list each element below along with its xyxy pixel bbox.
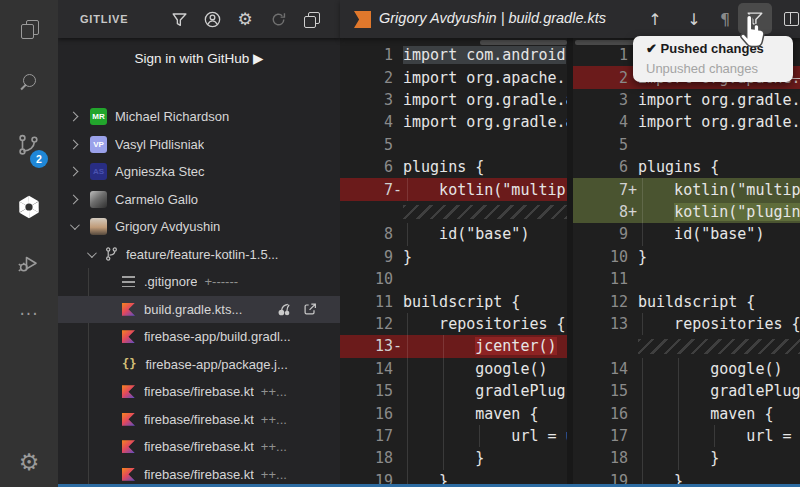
code-line[interactable]: 16 maven { bbox=[340, 402, 567, 424]
code-line[interactable]: 6plugins { bbox=[573, 156, 800, 178]
cherry-pick-icon[interactable] bbox=[275, 301, 292, 318]
branch-name: feature/feature-kotlin-1.5... bbox=[126, 247, 278, 262]
branch-row[interactable]: feature/feature-kotlin-1.5... bbox=[58, 241, 340, 269]
avatar: MR bbox=[90, 108, 107, 125]
code-line[interactable]: 12buildscript { bbox=[573, 290, 800, 312]
line-number: 18 bbox=[573, 449, 628, 467]
indent-guide bbox=[642, 447, 643, 469]
open-external-icon[interactable] bbox=[302, 301, 318, 317]
code-line[interactable]: 5 bbox=[573, 134, 800, 156]
gitlive-icon[interactable] bbox=[0, 185, 58, 229]
code-line[interactable]: 9} bbox=[340, 246, 567, 268]
next-change-button[interactable]: ↓ bbox=[679, 0, 709, 38]
account-icon[interactable] bbox=[201, 8, 223, 30]
line-number: 4 bbox=[573, 113, 628, 131]
code-line[interactable]: 10 bbox=[340, 268, 567, 290]
file-row[interactable]: firebase/firebase.kt++... bbox=[58, 406, 340, 434]
code-line[interactable]: 2import org.apache. bbox=[340, 66, 567, 88]
prev-change-button[interactable]: ↑ bbox=[640, 0, 670, 38]
chevron-right-icon bbox=[69, 112, 79, 122]
user-row[interactable]: VPVasyl Pidlisniak bbox=[58, 131, 340, 159]
line-number: 15 bbox=[340, 382, 393, 400]
indent-guide bbox=[642, 201, 643, 223]
code-text: gradlePlug bbox=[403, 382, 566, 400]
indent-guide bbox=[407, 358, 408, 380]
diff-sign: - bbox=[393, 181, 403, 199]
code-line[interactable]: 5 bbox=[340, 134, 567, 156]
file-row[interactable]: firebase/firebase.kt++... bbox=[58, 433, 340, 461]
pilcrow-button[interactable]: ¶ bbox=[710, 0, 740, 38]
search-icon[interactable] bbox=[0, 61, 58, 105]
gear-icon[interactable]: ⚙ bbox=[234, 8, 256, 30]
indent-guide bbox=[443, 402, 444, 424]
code-line[interactable]: 18 } bbox=[340, 447, 567, 469]
diff-stat: +------ bbox=[204, 274, 238, 289]
file-row[interactable]: firebase-app/build.gradl... bbox=[58, 323, 340, 351]
file-row[interactable]: build.gradle.kts... bbox=[58, 296, 340, 324]
code-line[interactable]: 7+ kotlin("multip bbox=[573, 178, 800, 200]
code-line[interactable]: 8 id("base") bbox=[340, 223, 567, 245]
user-row[interactable]: MRMichael Richardson bbox=[58, 103, 340, 131]
settings-gear-icon[interactable]: ⚙ bbox=[0, 440, 58, 484]
code-text: import org.gradle. bbox=[638, 113, 800, 131]
h-scrollbar-thumb[interactable] bbox=[480, 40, 567, 45]
code-line[interactable]: 15 gradlePlug bbox=[340, 380, 567, 402]
user-row[interactable]: Carmelo Gallo bbox=[58, 186, 340, 214]
code-line[interactable]: 3import org.gradle.a bbox=[340, 89, 567, 111]
refresh-icon[interactable] bbox=[267, 8, 289, 30]
code-line[interactable]: 13- jcenter() bbox=[340, 335, 567, 357]
code-line[interactable]: 11buildscript { bbox=[340, 290, 567, 312]
code-line[interactable]: 4import org.gradle. bbox=[573, 111, 800, 133]
code-line[interactable]: 11 bbox=[573, 268, 800, 290]
code-line[interactable]: 10} bbox=[573, 246, 800, 268]
more-actions-icon[interactable]: ··· bbox=[0, 292, 58, 336]
code-line[interactable]: 12 repositories { bbox=[340, 313, 567, 335]
filter-icon[interactable] bbox=[168, 8, 190, 30]
user-name: Agnieszka Stec bbox=[115, 164, 205, 179]
code-line[interactable]: 1import com.android bbox=[340, 44, 567, 66]
indent-guide bbox=[407, 425, 408, 447]
split-view-button[interactable] bbox=[776, 0, 800, 38]
file-row[interactable]: {}firebase-app/package.j... bbox=[58, 351, 340, 379]
code-line[interactable]: 3import org.gradle. bbox=[573, 89, 800, 111]
sidebar-header: GITLIVE ⚙ bbox=[58, 0, 340, 38]
code-text: google() bbox=[638, 360, 783, 378]
explorer-icon[interactable] bbox=[0, 7, 58, 51]
indent-guide bbox=[642, 402, 643, 424]
line-number: 16 bbox=[573, 405, 628, 423]
code-text: url = bbox=[638, 427, 800, 445]
file-badge-icon bbox=[354, 11, 371, 28]
code-line[interactable]: 18 } bbox=[573, 447, 800, 469]
code-line[interactable]: 17 url = bbox=[573, 425, 800, 447]
source-control-icon[interactable] bbox=[0, 123, 58, 167]
file-row[interactable]: .gitignore+------ bbox=[58, 268, 340, 296]
chevron-right-icon bbox=[69, 139, 79, 149]
code-line[interactable]: 8+ kotlin("plugin bbox=[573, 201, 800, 223]
pages-icon[interactable] bbox=[300, 8, 322, 30]
menu-item-unpushed-changes[interactable]: Unpushed changes bbox=[646, 59, 793, 79]
line-number: 11 bbox=[573, 270, 628, 288]
code-line[interactable]: 15 gradlePlug bbox=[573, 380, 800, 402]
diff-editor: Grigory Avdyushin | build.gradle.kts ↑ ↓… bbox=[340, 0, 800, 487]
file-row[interactable]: firebase/firebase.kt++... bbox=[58, 378, 340, 406]
hatch-pattern bbox=[638, 339, 800, 353]
code-line[interactable]: 14 google() bbox=[340, 358, 567, 380]
sign-in-github-link[interactable]: Sign in with GitHub ▶ bbox=[58, 50, 340, 66]
indent-guide bbox=[407, 447, 408, 469]
user-row[interactable]: ASAgnieszka Stec bbox=[58, 158, 340, 186]
code-text: id("base") bbox=[403, 225, 529, 243]
code-line[interactable]: 14 google() bbox=[573, 358, 800, 380]
menu-item-pushed-changes[interactable]: ✔ Pushed changes bbox=[646, 39, 793, 59]
indent-guide bbox=[443, 358, 444, 380]
code-line[interactable]: 17 url = u bbox=[340, 425, 567, 447]
indent-guide bbox=[642, 178, 643, 200]
user-row[interactable]: Grigory Avdyushin bbox=[58, 213, 340, 241]
code-line[interactable]: 16 maven { bbox=[573, 402, 800, 424]
code-line[interactable]: 4import org.gradle.a bbox=[340, 111, 567, 133]
code-line[interactable]: 9 id("base") bbox=[573, 223, 800, 245]
branch-icon bbox=[104, 246, 119, 262]
code-line[interactable]: 6plugins { bbox=[340, 156, 567, 178]
code-line[interactable]: 13 repositories { bbox=[573, 313, 800, 335]
code-line[interactable]: 7- kotlin("multip bbox=[340, 178, 567, 200]
run-debug-icon[interactable] bbox=[0, 241, 58, 285]
